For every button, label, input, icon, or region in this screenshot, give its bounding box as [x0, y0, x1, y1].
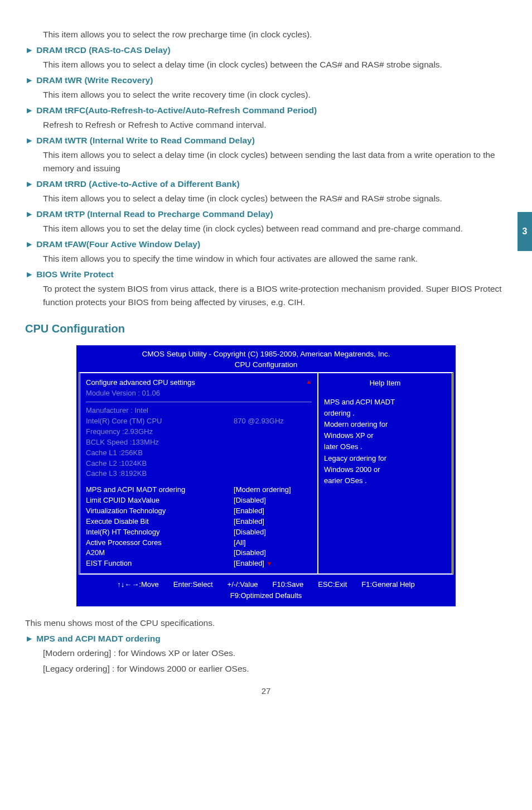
bios-label: Cache L1 :256KB	[86, 448, 234, 459]
item-desc: This item allows you to select a delay t…	[43, 58, 507, 71]
bios-option-row[interactable]: A20M[Disabled]	[86, 548, 312, 558]
bios-sysinfo-row: Cache L2 :1024KB	[86, 459, 312, 469]
item-heading: ► MPS and ACPI MADT ordering	[25, 632, 507, 645]
item-heading: ► DRAM tRFC(Auto-Refresh-to-Active/Auto-…	[25, 104, 507, 117]
bios-body: Configure advanced CPU settings▲ Module …	[79, 372, 453, 575]
scroll-up-icon: ▲	[306, 378, 312, 388]
item-title: DRAM tRCD (RAS-to-CAS Delay)	[36, 45, 170, 55]
bios-footer-line2: F9:Optimized Defaults	[83, 590, 449, 601]
page-number: 27	[25, 684, 507, 697]
divider	[86, 402, 312, 402]
bios-sysinfo-row: Manufacturer : Intel	[86, 406, 312, 416]
help-text-line: Legacy ordering for	[324, 453, 446, 464]
bios-value	[234, 469, 312, 479]
triangle-icon: ►	[25, 268, 34, 281]
bios-header-line1: CMOS Setup Utility - Copyright (C) 1985-…	[76, 349, 456, 359]
help-text-line: Windows 2000 or	[324, 464, 446, 475]
help-text-line: Windows XP or	[324, 430, 446, 441]
bios-sysinfo-row: Intel(R) Core (TM) CPU870 @2.93GHz	[86, 416, 312, 427]
help-text-line: ordering .	[324, 408, 446, 419]
bios-option-label: Virtualization Technology	[86, 506, 234, 517]
bios-option-row[interactable]: Intel(R) HT Technology[Disabled]	[86, 527, 312, 538]
bios-option-row[interactable]: Virtualization Technology[Enabled]	[86, 506, 312, 517]
bios-help-panel: Help Item MPS and ACPI MADTordering .Mod…	[318, 373, 452, 573]
bios-label: BCLK Speed :133MHz	[86, 437, 234, 448]
bios-footer-key: Enter:Select	[173, 579, 213, 590]
bios-option-row[interactable]: Execute Disable Bit[Enabled]	[86, 517, 312, 527]
bios-footer-key: ESC:Exit	[318, 579, 347, 590]
item-desc: This item allows you to select a delay t…	[43, 192, 507, 205]
bios-footer-key: ↑↓←→:Move	[117, 579, 158, 590]
bios-option-row[interactable]: EIST Function[Enabled] ▼	[86, 558, 312, 569]
item-heading: ► BIOS Write Protect	[25, 268, 507, 281]
bios-option-label: MPS and ACPI MADT ordering	[86, 485, 234, 495]
bios-option-label: Execute Disable Bit	[86, 517, 234, 527]
bios-config-title: Configure advanced CPU settings	[86, 378, 306, 388]
item-heading: ► DRAM tRRD (Active-to-Active of a Diffe…	[25, 177, 507, 191]
item-desc: This item allows you to select a delay t…	[43, 148, 507, 175]
bios-value	[234, 437, 312, 448]
bios-option-value: [All]	[234, 538, 312, 548]
bios-value	[234, 406, 312, 416]
bios-option-label: Intel(R) HT Technology	[86, 527, 234, 538]
bios-value	[234, 427, 312, 437]
help-text-line: MPS and ACPI MADT	[324, 397, 446, 408]
bios-screenshot: CMOS Setup Utility - Copyright (C) 1985-…	[76, 345, 456, 606]
bios-value	[234, 448, 312, 459]
triangle-icon: ►	[25, 104, 34, 117]
item-title: DRAM tWR (Write Recovery)	[36, 75, 153, 85]
bios-label: Frequency :2.93GHz	[86, 427, 234, 437]
item-heading: ► DRAM tRTP (Internal Read to Precharge …	[25, 208, 507, 221]
bios-option-row[interactable]: Active Processor Cores[All]	[86, 538, 312, 548]
side-tab: 3	[518, 212, 532, 251]
triangle-icon: ►	[25, 208, 34, 221]
bios-option-value: [Modern ordering]	[234, 485, 312, 495]
bios-footer-key: F1:General Help	[361, 579, 414, 590]
item-title: DRAM tRRD (Active-to-Active of a Differe…	[36, 179, 239, 189]
bios-label: Cache L3 :8192KB	[86, 469, 234, 479]
item-desc: Refresh to Refresh or Refresh to Active …	[43, 118, 507, 132]
help-text-line: later OSes .	[324, 441, 446, 452]
bios-value: 870 @2.93GHz	[234, 416, 312, 427]
bios-option-value: [Disabled]	[234, 495, 312, 506]
page-content: This item allows you to select the row p…	[0, 0, 532, 714]
bios-header: CMOS Setup Utility - Copyright (C) 1985-…	[76, 345, 456, 372]
item-desc: This item allows you to set the delay ti…	[43, 222, 507, 235]
triangle-icon: ►	[25, 74, 34, 87]
bios-header-line2: CPU Configuration	[76, 360, 456, 370]
item-title: DRAM tRFC(Auto-Refresh-to-Active/Auto-Re…	[36, 105, 317, 115]
item-title: DRAM tWTR (Internal Write to Read Comman…	[36, 136, 255, 145]
triangle-icon: ►	[25, 177, 34, 191]
triangle-icon: ►	[25, 238, 34, 251]
section-title: CPU Configuration	[25, 320, 507, 338]
scroll-down-icon: ▼	[267, 560, 273, 567]
bios-sysinfo-row: Frequency :2.93GHz	[86, 427, 312, 437]
bios-footer-key: F10:Save	[273, 579, 304, 590]
help-text-line: Modern ordering for	[324, 419, 446, 430]
bios-option-row[interactable]: MPS and ACPI MADT ordering[Modern orderi…	[86, 485, 312, 495]
bios-option-value: [Disabled]	[234, 548, 312, 558]
bios-option-value: [Disabled]	[234, 527, 312, 538]
item-desc: [Legacy ordering] : for Windows 2000 or …	[43, 662, 507, 676]
item-desc: To protect the system BIOS from virus at…	[43, 282, 507, 309]
item-desc: This item allows you to select the write…	[43, 88, 507, 102]
bios-option-value: [Enabled] ▼	[234, 558, 312, 569]
bios-option-label: EIST Function	[86, 558, 234, 569]
bios-label: Intel(R) Core (TM) CPU	[86, 416, 234, 427]
item-heading: ► DRAM tRCD (RAS-to-CAS Delay)	[25, 44, 507, 57]
bios-option-row[interactable]: Limit CPUID MaxValue[Disabled]	[86, 495, 312, 506]
item-title: MPS and ACPI MADT ordering	[36, 634, 160, 643]
bios-sysinfo-row: BCLK Speed :133MHz	[86, 437, 312, 448]
triangle-icon: ►	[25, 632, 34, 645]
side-tab-number: 3	[523, 226, 528, 237]
intro-text: This item allows you to select the row p…	[43, 28, 507, 41]
help-text-line: earier OSes .	[324, 475, 446, 486]
bios-left-panel: Configure advanced CPU settings▲ Module …	[80, 373, 318, 573]
bios-sysinfo-row: Cache L1 :256KB	[86, 448, 312, 459]
triangle-icon: ►	[25, 134, 34, 147]
bios-option-value: [Enabled]	[234, 517, 312, 527]
bios-option-label: Active Processor Cores	[86, 538, 234, 548]
item-heading: ► DRAM tWR (Write Recovery)	[25, 74, 507, 87]
triangle-icon: ►	[25, 44, 34, 57]
after-bios-text: This menu shows most of the CPU specific…	[25, 616, 507, 630]
